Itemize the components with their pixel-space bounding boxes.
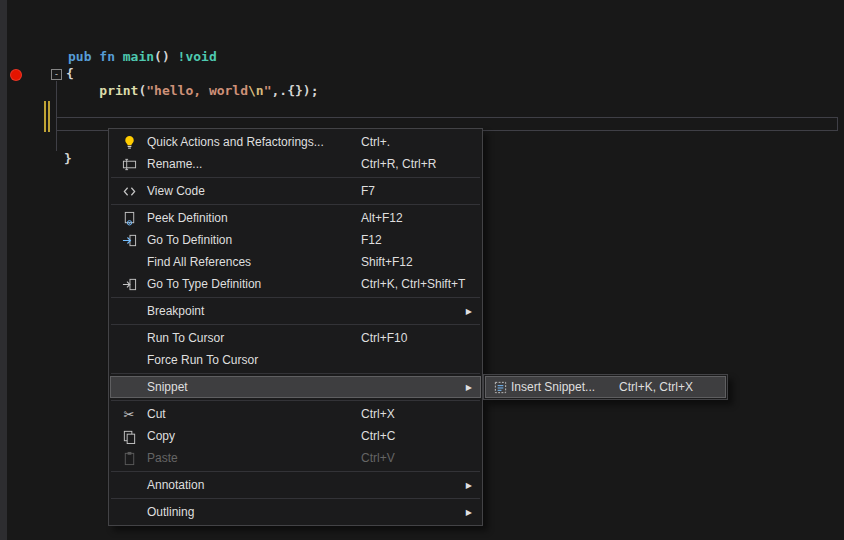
menu-item-shortcut: Ctrl+C bbox=[361, 429, 395, 443]
menu-item-shortcut: Ctrl+K, Ctrl+X bbox=[619, 380, 693, 394]
editor-context-menu: Quick Actions and Refactorings... Ctrl+.… bbox=[108, 128, 483, 526]
track-changes-bar bbox=[44, 101, 46, 132]
submenu-arrow-icon: ▶ bbox=[466, 383, 472, 392]
code-line[interactable]: print("hello, world\n",.{}); bbox=[68, 83, 318, 100]
menu-item-label: Paste bbox=[147, 451, 178, 465]
go-to-type-definition-icon bbox=[118, 274, 140, 294]
menu-item-label: Quick Actions and Refactorings... bbox=[147, 135, 324, 149]
menu-item-view-code[interactable]: View Code F7 bbox=[110, 180, 481, 202]
go-to-definition-icon bbox=[118, 230, 140, 250]
view-code-icon bbox=[118, 181, 140, 201]
menu-item-paste[interactable]: Paste Ctrl+V bbox=[110, 447, 481, 469]
menu-item-copy[interactable]: Copy Ctrl+C bbox=[110, 425, 481, 447]
track-changes-bar bbox=[48, 101, 50, 132]
menu-item-shortcut: Ctrl+F10 bbox=[361, 331, 407, 345]
menu-separator bbox=[111, 204, 480, 205]
menu-item-cut[interactable]: ✂ Cut Ctrl+X bbox=[110, 403, 481, 425]
copy-icon bbox=[118, 426, 140, 446]
rename-icon bbox=[118, 154, 140, 174]
menu-separator bbox=[111, 498, 480, 499]
menu-item-quick-actions[interactable]: Quick Actions and Refactorings... Ctrl+. bbox=[110, 131, 481, 153]
submenu-arrow-icon: ▶ bbox=[466, 508, 472, 517]
editor-left-margin bbox=[0, 0, 7, 540]
snippet-submenu: Insert Snippet... Ctrl+K, Ctrl+X bbox=[483, 374, 728, 400]
menu-separator bbox=[111, 324, 480, 325]
menu-item-force-run-to-cursor[interactable]: Force Run To Cursor bbox=[110, 349, 481, 371]
menu-item-shortcut: Ctrl+X bbox=[361, 407, 395, 421]
menu-item-shortcut: Ctrl+V bbox=[361, 451, 395, 465]
menu-item-label: Insert Snippet... bbox=[511, 380, 595, 394]
paste-icon bbox=[118, 448, 140, 468]
menu-item-shortcut: Ctrl+R, Ctrl+R bbox=[361, 157, 436, 171]
fold-collapse-icon[interactable]: - bbox=[51, 69, 62, 80]
menu-item-label: Rename... bbox=[147, 157, 202, 171]
menu-item-outlining[interactable]: Outlining ▶ bbox=[110, 501, 481, 523]
menu-item-breakpoint[interactable]: Breakpoint ▶ bbox=[110, 300, 481, 322]
menu-item-label: Force Run To Cursor bbox=[147, 353, 258, 367]
menu-item-label: Peek Definition bbox=[147, 211, 228, 225]
menu-item-find-all-references[interactable]: Find All References Shift+F12 bbox=[110, 251, 481, 273]
menu-item-label: Copy bbox=[147, 429, 175, 443]
breakpoint-gutter[interactable] bbox=[7, 0, 31, 540]
menu-item-label: Breakpoint bbox=[147, 304, 204, 318]
menu-item-shortcut: Ctrl+K, Ctrl+Shift+T bbox=[361, 277, 465, 291]
menu-separator bbox=[111, 400, 480, 401]
menu-separator bbox=[111, 297, 480, 298]
menu-item-shortcut: Shift+F12 bbox=[361, 255, 413, 269]
menu-item-label: Annotation bbox=[147, 478, 204, 492]
breakpoint-icon[interactable] bbox=[10, 69, 22, 81]
menu-item-snippet[interactable]: Snippet ▶ bbox=[110, 376, 481, 398]
scope-guide-line bbox=[56, 81, 57, 151]
code-line[interactable]: { bbox=[66, 66, 74, 83]
menu-item-go-to-definition[interactable]: Go To Definition F12 bbox=[110, 229, 481, 251]
menu-item-rename[interactable]: Rename... Ctrl+R, Ctrl+R bbox=[110, 153, 481, 175]
menu-item-label: Find All References bbox=[147, 255, 251, 269]
menu-separator bbox=[111, 373, 480, 374]
submenu-arrow-icon: ▶ bbox=[466, 481, 472, 490]
insert-snippet-icon bbox=[489, 377, 511, 397]
menu-item-shortcut: Alt+F12 bbox=[361, 211, 403, 225]
menu-item-shortcut: F7 bbox=[361, 184, 375, 198]
menu-item-go-to-type-definition[interactable]: Go To Type Definition Ctrl+K, Ctrl+Shift… bbox=[110, 273, 481, 295]
menu-item-shortcut: F12 bbox=[361, 233, 382, 247]
submenu-arrow-icon: ▶ bbox=[466, 307, 472, 316]
menu-item-insert-snippet[interactable]: Insert Snippet... Ctrl+K, Ctrl+X bbox=[485, 376, 726, 398]
menu-item-run-to-cursor[interactable]: Run To Cursor Ctrl+F10 bbox=[110, 327, 481, 349]
cut-icon: ✂ bbox=[118, 404, 140, 424]
peek-definition-icon bbox=[118, 208, 140, 228]
lightbulb-icon bbox=[118, 132, 140, 152]
menu-item-peek-definition[interactable]: Peek Definition Alt+F12 bbox=[110, 207, 481, 229]
menu-separator bbox=[111, 471, 480, 472]
menu-item-label: Run To Cursor bbox=[147, 331, 224, 345]
menu-item-label: View Code bbox=[147, 184, 205, 198]
code-line[interactable]: } bbox=[64, 151, 72, 168]
menu-item-label: Go To Definition bbox=[147, 233, 232, 247]
menu-item-label: Outlining bbox=[147, 505, 194, 519]
menu-item-shortcut: Ctrl+. bbox=[361, 135, 390, 149]
menu-item-annotation[interactable]: Annotation ▶ bbox=[110, 474, 481, 496]
menu-separator bbox=[111, 177, 480, 178]
menu-item-label: Go To Type Definition bbox=[147, 277, 261, 291]
code-line[interactable]: pub fn main() !void bbox=[68, 49, 217, 66]
menu-item-label: Cut bbox=[147, 407, 166, 421]
menu-item-label: Snippet bbox=[147, 380, 188, 394]
